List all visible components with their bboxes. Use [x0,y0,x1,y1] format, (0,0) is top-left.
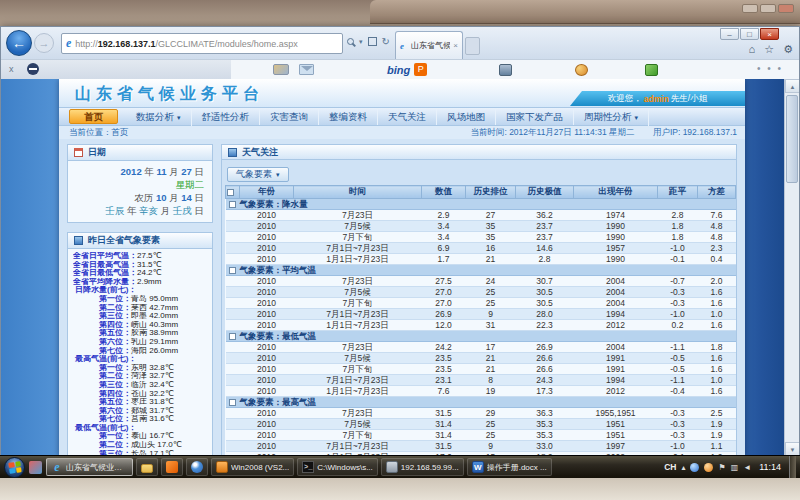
search-icon[interactable] [347,38,354,45]
stat-label: 全省日最低气温： [73,269,137,277]
nav-item-首页[interactable]: 首页 [69,109,118,124]
cell: 2004 [574,287,658,298]
cell: 1991 [574,353,658,364]
row-select-cell [226,441,240,452]
rank-label: 第三位： [99,312,131,320]
element-filter-button[interactable]: 气象要素 ▾ [227,167,289,182]
cell: 21 [466,364,516,375]
tools-gear-icon[interactable]: ⚙ [783,43,793,56]
nav-item-整编资料[interactable]: 整编资料 [319,108,378,125]
rank-item: 第六位：郯城 31.7℃ [73,407,210,416]
mail-icon[interactable] [299,64,314,75]
nav-item-国家下发产品[interactable]: 国家下发产品 [496,108,574,125]
pet-app-icon[interactable] [575,64,588,76]
bing-logo[interactable]: bing P [387,63,427,76]
checkbox-icon[interactable] [229,399,236,406]
nav-item-灾害查询[interactable]: 灾害查询 [260,108,319,125]
start-button[interactable] [4,457,25,478]
select-all-cell [226,186,240,199]
cell: 1.6 [698,386,736,397]
media-icon[interactable] [499,64,512,76]
table-row: 20107月5候27.02530.52004-0.31.6 [226,287,736,298]
cell: 23.7 [516,221,574,232]
favorites-icon[interactable]: ☆ [764,43,774,56]
taskbar-button-media[interactable] [161,458,183,476]
rank-label: 第六位： [99,338,131,346]
address-bar[interactable]: e http://192.168.137.1/GLCCLIMATE/module… [61,33,343,54]
new-tab-button[interactable] [465,37,480,55]
cards-icon[interactable] [273,64,289,75]
taskbar-button-ie[interactable]: e山东省气候业务平... [46,458,133,476]
group-row: 气象要素：平均气温 [226,265,736,276]
cell: 2010 [240,386,294,397]
stat-value: 31.5℃ [137,261,162,269]
taskbar-button-folder[interactable] [136,458,158,476]
welcome-ribbon: 欢迎您，admin 先生/小姐 [570,91,745,106]
apps-puzzle-icon[interactable] [645,64,658,76]
close-button[interactable]: × [760,28,779,40]
group-label: 气象要素：平均气温 [240,265,317,275]
nav-item-天气关注[interactable]: 天气关注 [378,108,437,125]
browser-tab[interactable]: e 山东省气候业务平... × [395,31,463,59]
tab-close-icon[interactable]: × [453,41,458,50]
maximize-button[interactable]: □ [740,28,759,40]
language-indicator[interactable]: CH [664,462,676,472]
home-icon[interactable]: ⌂ [749,43,756,56]
toolbar-close-icon[interactable]: x [9,64,14,74]
cell: 26.9 [422,309,466,320]
back-button[interactable]: ← [6,30,32,56]
cell: 21 [466,353,516,364]
tray-up-arrow-icon[interactable]: ▴ [681,463,685,472]
cell: 35 [466,232,516,243]
forward-button[interactable]: → [34,33,54,53]
refresh-icon[interactable]: ↻ [382,36,390,47]
ie-icon: e [51,461,63,473]
taskbar-button-word[interactable]: W操作手册.docx ... [467,458,552,476]
search-dropdown-icon[interactable]: ▾ [359,38,363,46]
checkbox-icon[interactable] [229,201,236,208]
taskbar-button-rdp[interactable]: 192.168.59.99... [381,458,464,476]
pinned-app-icon[interactable] [29,461,42,474]
table-row: 20107月下旬27.02530.52004-0.31.6 [226,298,736,309]
scroll-down-icon[interactable]: ▼ [785,442,799,456]
tray-clock[interactable]: 11:14 [759,462,781,472]
cell: 7月1日~7月23日 [294,243,422,254]
checkbox-icon[interactable] [229,267,236,274]
network-icon[interactable]: ▥ [731,463,739,472]
minimize-button[interactable]: – [720,28,739,40]
row-select-cell [226,320,240,331]
taskbar-button-chrome[interactable] [186,458,208,476]
volume-icon[interactable]: ◄ [743,463,751,472]
nav-item-数据分析[interactable]: 数据分析▾ [126,108,192,126]
nav-item-舒适性分析[interactable]: 舒适性分析 [192,108,261,125]
summary-stat: 全省日平均气温：27.5℃ [73,252,210,261]
action-center-flag-icon[interactable]: ⚑ [718,463,725,472]
messenger-tray-icon[interactable] [704,463,713,472]
security-tray-icon[interactable] [690,463,699,472]
toolbar-more-icon[interactable]: • • • [757,63,783,74]
user-ip: 用户IP: 192.168.137.1 [653,127,737,137]
cell: 7月下旬 [294,232,422,243]
blocked-icon[interactable] [27,63,39,75]
cell: 30.5 [516,287,574,298]
show-desktop-button[interactable] [789,456,796,479]
cell: 7月23日 [294,210,422,221]
taskbar-button-vm[interactable]: Win2008 (VS2... [211,458,294,476]
taskbar-button-cmd[interactable]: >_C:\Windows\s... [297,458,378,476]
nav-item-风场地图[interactable]: 风场地图 [437,108,496,125]
weather-summary-header: 昨日全省气象要素 [68,233,212,249]
cell: 25 [466,298,516,309]
scroll-up-icon[interactable]: ▲ [785,79,799,93]
nav-item-周期性分析[interactable]: 周期性分析▾ [574,108,649,126]
checkbox-icon[interactable] [227,189,234,196]
checkbox-icon[interactable] [229,333,236,340]
page-scrollbar[interactable]: ▲ ▼ [784,79,799,456]
scrollbar-thumb[interactable] [786,95,798,183]
cell: 12.0 [422,320,466,331]
cell: -1.0 [658,243,698,254]
table-row: 20101月1日~7月23日12.03122.320120.21.6 [226,320,736,331]
cell: -0.4 [658,386,698,397]
desktop-wallpaper-top [0,0,800,26]
compatibility-icon[interactable] [368,37,377,46]
rank-value: 乳山 29.1mm [131,338,178,346]
